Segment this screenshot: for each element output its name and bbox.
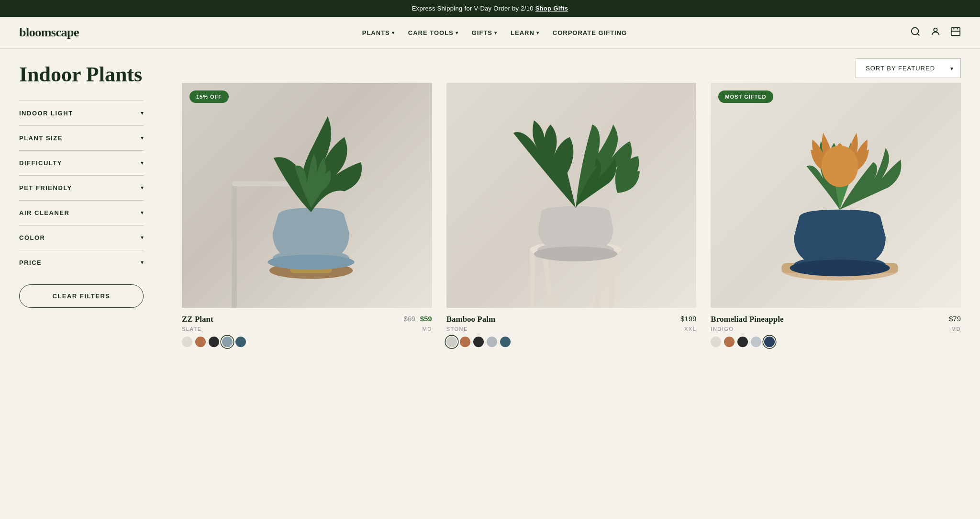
product-image — [446, 83, 697, 308]
product-sub: STONE XXL — [446, 326, 697, 332]
nav-item-care-tools[interactable]: CARE TOOLS ▾ — [408, 29, 458, 36]
color-swatches — [711, 337, 961, 347]
svg-rect-11 — [609, 249, 613, 308]
products-grid: 15% OFF ZZ Plant $69 $59 SLATE MD — [182, 83, 961, 371]
account-icon[interactable] — [930, 26, 941, 39]
svg-line-1 — [917, 34, 919, 35]
color-swatch[interactable] — [487, 337, 497, 347]
filter-price[interactable]: PRICE ▾ — [19, 250, 144, 275]
product-card[interactable]: Bamboo Palm $199 STONE XXL — [446, 83, 697, 352]
product-variant: STONE — [446, 326, 468, 332]
header-icons — [910, 26, 961, 39]
product-size: XXL — [684, 326, 696, 332]
product-name: ZZ Plant — [182, 315, 213, 324]
color-swatch[interactable] — [235, 337, 246, 347]
product-variant: INDIGO — [711, 326, 734, 332]
chevron-down-icon: ▾ — [536, 30, 539, 35]
color-swatches — [446, 337, 697, 347]
filter-air-cleaner[interactable]: AIR CLEANER ▾ — [19, 200, 144, 225]
color-swatch[interactable] — [209, 337, 219, 347]
color-swatch[interactable] — [195, 337, 206, 347]
promo-banner: Express Shipping for V-Day Order by 2/10… — [0, 0, 980, 17]
filter-label: PLANT SIZE — [19, 135, 63, 142]
filter-color[interactable]: COLOR ▾ — [19, 225, 144, 250]
product-sub: INDIGO MD — [711, 326, 961, 332]
chevron-down-icon: ▾ — [141, 259, 144, 266]
svg-point-9 — [267, 255, 354, 270]
nav-item-learn[interactable]: LEARN ▾ — [511, 29, 539, 36]
product-name: Bamboo Palm — [446, 315, 495, 324]
price-original: $69 — [404, 315, 415, 323]
svg-point-2 — [934, 28, 937, 31]
cart-icon[interactable] — [950, 26, 961, 39]
filter-difficulty[interactable]: DIFFICULTY ▾ — [19, 150, 144, 175]
color-swatch-selected[interactable] — [764, 337, 775, 347]
product-info: ZZ Plant $69 $59 SLATE MD — [182, 308, 432, 352]
main-nav: PLANTS ▾ CARE TOOLS ▾ GIFTS ▾ LEARN ▾ CO… — [98, 29, 891, 36]
banner-link[interactable]: Shop Gifts — [535, 5, 568, 12]
filter-label: PET FRIENDLY — [19, 184, 72, 192]
product-sub: SLATE MD — [182, 326, 432, 332]
sort-bar: SORT BY FEATURED Price: Low to High Pric… — [163, 49, 980, 83]
svg-rect-4 — [232, 183, 237, 308]
product-variant: SLATE — [182, 326, 202, 332]
color-swatch-selected[interactable] — [222, 337, 233, 347]
product-card[interactable]: MOST GIFTED Bromeliad Pineapple $79 INDI… — [711, 83, 961, 352]
product-image-placeholder — [446, 83, 697, 308]
svg-point-16 — [534, 246, 617, 261]
color-swatch[interactable] — [724, 337, 735, 347]
price-regular: $79 — [949, 315, 961, 323]
chevron-down-icon: ▾ — [392, 30, 395, 35]
product-info: Bromeliad Pineapple $79 INDIGO MD — [711, 308, 961, 352]
product-image: 15% OFF — [182, 83, 432, 308]
nav-item-gifts[interactable]: GIFTS ▾ — [472, 29, 497, 36]
product-price: $199 — [680, 315, 696, 323]
price-regular: $199 — [680, 315, 696, 323]
search-icon[interactable] — [910, 26, 921, 39]
filter-plant-size[interactable]: PLANT SIZE ▾ — [19, 125, 144, 150]
color-swatch[interactable] — [473, 337, 484, 347]
chevron-down-icon: ▾ — [141, 209, 144, 216]
banner-text: Express Shipping for V-Day Order by 2/10 — [412, 5, 534, 12]
color-swatch[interactable] — [711, 337, 721, 347]
color-swatch[interactable] — [751, 337, 761, 347]
color-swatch[interactable] — [182, 337, 192, 347]
svg-rect-12 — [542, 257, 554, 307]
filter-label: INDOOR LIGHT — [19, 110, 73, 117]
product-price: $69 $59 — [404, 315, 432, 323]
product-image-placeholder — [711, 83, 961, 308]
nav-item-corporate[interactable]: CORPORATE GIFTING — [553, 29, 627, 36]
product-name-price: ZZ Plant $69 $59 — [182, 315, 432, 324]
content-right: SORT BY FEATURED Price: Low to High Pric… — [163, 49, 980, 371]
chevron-down-icon: ▾ — [141, 110, 144, 117]
color-swatch-selected[interactable] — [446, 337, 457, 347]
filter-pet-friendly[interactable]: PET FRIENDLY ▾ — [19, 175, 144, 200]
product-name-price: Bromeliad Pineapple $79 — [711, 315, 961, 324]
chevron-down-icon: ▾ — [141, 184, 144, 192]
chevron-down-icon: ▾ — [141, 159, 144, 167]
product-name: Bromeliad Pineapple — [711, 315, 783, 324]
product-badge: 15% OFF — [189, 90, 229, 103]
color-swatches — [182, 337, 432, 347]
svg-point-21 — [822, 146, 858, 187]
chevron-down-icon: ▾ — [141, 234, 144, 241]
filter-indoor-light[interactable]: INDOOR LIGHT ▾ — [19, 101, 144, 125]
product-card[interactable]: 15% OFF ZZ Plant $69 $59 SLATE MD — [182, 83, 432, 352]
sort-wrapper: SORT BY FEATURED Price: Low to High Pric… — [856, 58, 961, 78]
filter-label: COLOR — [19, 234, 45, 241]
color-swatch[interactable] — [460, 337, 470, 347]
products-area: 15% OFF ZZ Plant $69 $59 SLATE MD — [163, 83, 980, 371]
sort-select[interactable]: SORT BY FEATURED Price: Low to High Pric… — [856, 58, 961, 78]
site-logo[interactable]: bloomscape — [19, 25, 79, 40]
svg-point-20 — [790, 260, 890, 276]
color-swatch[interactable] — [737, 337, 748, 347]
product-size: MD — [423, 326, 432, 332]
product-image: MOST GIFTED — [711, 83, 961, 308]
nav-item-plants[interactable]: PLANTS ▾ — [362, 29, 395, 36]
filter-label: DIFFICULTY — [19, 159, 62, 167]
clear-filters-button[interactable]: CLEAR FILTERS — [19, 284, 144, 308]
svg-rect-13 — [593, 258, 605, 308]
product-price: $79 — [949, 315, 961, 323]
color-swatch[interactable] — [500, 337, 511, 347]
product-image-placeholder — [182, 83, 432, 308]
